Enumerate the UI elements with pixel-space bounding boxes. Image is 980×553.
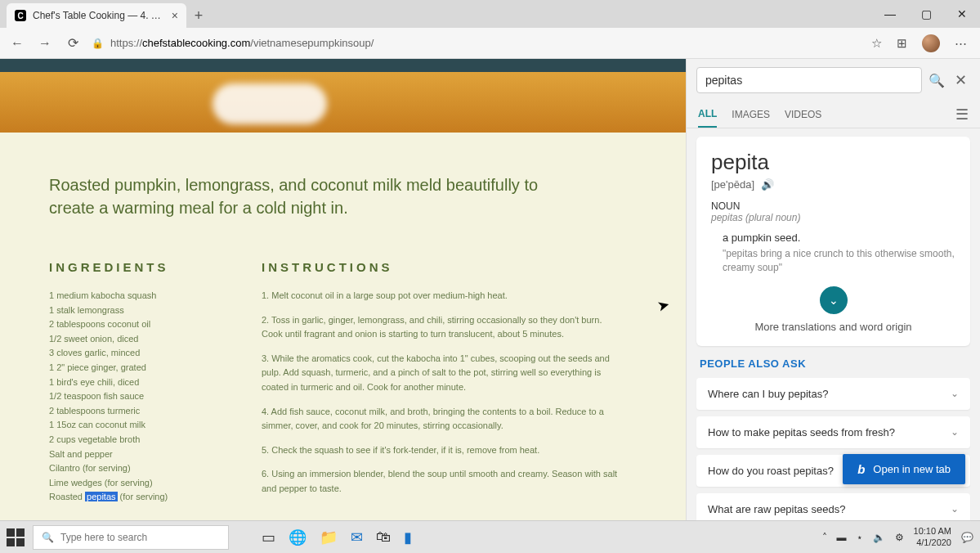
close-tab-icon[interactable]: × [172, 9, 178, 22]
favicon: C [15, 10, 26, 21]
taskbar-search-placeholder: Type here to search [60, 532, 147, 543]
tab-images[interactable]: IMAGES [732, 102, 770, 127]
window-controls: — ▢ ✕ [872, 0, 980, 28]
tab-all[interactable]: ALL [698, 101, 717, 128]
tab-videos[interactable]: VIDEOS [785, 102, 821, 127]
forward-button[interactable]: → [36, 36, 54, 51]
ingredient-item: Roasted pepitas (for serving) [49, 490, 213, 505]
definition-card: pepita [pe'pēda] 🔊 NOUN pepitas (plural … [696, 137, 970, 346]
web-page: ➤ Roasted pumpkin, lemongrass, and cocon… [0, 59, 686, 520]
browser-tab[interactable]: C Chef's Table Cooking — 4. Vietna × [7, 3, 186, 28]
url-field[interactable]: 🔒 https://chefstablecooking.com/vietname… [92, 37, 861, 49]
edge-icon[interactable]: 🌐 [289, 528, 307, 546]
ingredient-item: 2 tablespoons coconut oil [49, 317, 213, 332]
sidebar-search-input[interactable] [696, 67, 922, 93]
instructions-column: INSTRUCTIONS 1. Melt coconut oil in a la… [262, 260, 621, 506]
settings-tray-icon[interactable]: ⚙ [895, 532, 904, 543]
search-sidebar: 🔍 ✕ ALL IMAGES VIDEOS ☰ pepita [pe'pēda]… [686, 59, 980, 520]
search-icon[interactable]: 🔍 [929, 73, 945, 88]
ingredient-item: 1/2 teaspoon fish sauce [49, 389, 213, 404]
title-bar: C Chef's Table Cooking — 4. Vietna × + —… [0, 0, 980, 28]
speaker-icon[interactable]: 🔊 [761, 178, 774, 191]
paa-item[interactable]: Where can I buy pepitas?⌄ [696, 378, 970, 410]
taskbar: 🔍 Type here to search ▭ 🌐 📁 ✉ 🛍 ▮ ˄ ▬ ⋆ … [0, 520, 980, 553]
instruction-step: 2. Toss in garlic, ginger, lemongrass, a… [262, 313, 621, 342]
ingredient-item: 2 tablespoons turmeric [49, 404, 213, 419]
lead-paragraph: Roasted pumpkin, lemongrass, and coconut… [49, 173, 572, 219]
search-icon: 🔍 [42, 532, 54, 543]
taskbar-search[interactable]: 🔍 Type here to search [33, 525, 229, 550]
more-icon[interactable]: ⋯ [955, 36, 967, 51]
notifications-icon[interactable]: 💬 [961, 532, 973, 543]
ingredient-item: Salt and pepper [49, 447, 213, 462]
chevron-down-icon: ⌄ [951, 426, 959, 438]
ingredient-item: 3 cloves garlic, minced [49, 346, 213, 361]
ingredient-item: Lime wedges (for serving) [49, 476, 213, 491]
back-button[interactable]: ← [8, 36, 26, 51]
ingredient-item: 1 2" piece ginger, grated [49, 361, 213, 375]
chevron-down-icon: ⌄ [951, 503, 959, 515]
address-bar: ← → ⟳ 🔒 https://chefstablecooking.com/vi… [0, 28, 980, 59]
collections-icon[interactable]: ⊞ [897, 36, 907, 51]
expand-button[interactable]: ⌄ [820, 286, 848, 314]
volume-icon[interactable]: 🔈 [873, 532, 885, 543]
definition-example: "pepitas bring a nice crunch to this oth… [723, 247, 955, 275]
definition-text: a pumpkin seed. [723, 232, 955, 244]
close-window-button[interactable]: ✕ [944, 0, 980, 28]
instruction-step: 5. Check the squash to see if it's fork-… [262, 443, 621, 458]
ingredients-column: INGREDIENTS 1 medium kabocha squash1 sta… [49, 260, 213, 506]
plural-note: pepitas (plural noun) [711, 212, 955, 223]
url-text: https://chefstablecooking.com/vietnamese… [110, 37, 374, 49]
lock-icon: 🔒 [92, 38, 104, 49]
ingredient-item: 1 stalk lemongrass [49, 303, 213, 318]
open-in-new-tab-button[interactable]: b Open in new tab [843, 454, 965, 484]
content-row: ➤ Roasted pumpkin, lemongrass, and cocon… [0, 59, 980, 520]
new-tab-button[interactable]: + [186, 3, 211, 28]
maximize-button[interactable]: ▢ [908, 0, 944, 28]
mail-icon[interactable]: ✉ [351, 528, 363, 546]
close-sidebar-icon[interactable]: ✕ [951, 71, 970, 89]
ingredient-item: 1 bird's eye chili, diced [49, 375, 213, 390]
ingredient-item: Cilantro (for serving) [49, 461, 213, 476]
battery-icon[interactable]: ▬ [837, 532, 847, 543]
instruction-step: 4. Add fish sauce, coconut milk, and bro… [262, 405, 621, 434]
explorer-icon[interactable]: 📁 [320, 528, 338, 546]
ingredient-item: 1/2 sweet onion, diced [49, 332, 213, 347]
instruction-step: 6. Using an immersion blender, blend the… [262, 467, 621, 496]
refresh-button[interactable]: ⟳ [64, 35, 82, 51]
ingredient-item: 2 cups vegetable broth [49, 433, 213, 447]
definition-word: pepita [711, 150, 955, 175]
pronunciation: [pe'pēda] [711, 178, 754, 191]
part-of-speech: NOUN [711, 200, 955, 212]
hero-image [0, 59, 686, 133]
selected-word[interactable]: pepitas [85, 492, 117, 501]
tab-title: Chef's Table Cooking — 4. Vietna [33, 10, 165, 21]
ingredient-item: 1 15oz can coconut milk [49, 418, 213, 433]
people-also-ask-heading: PEOPLE ALSO ASK [700, 357, 970, 370]
ingredient-item: 1 medium kabocha squash [49, 289, 213, 303]
instructions-heading: INSTRUCTIONS [262, 260, 621, 274]
favorites-icon[interactable]: ☆ [871, 36, 882, 51]
minimize-button[interactable]: — [872, 0, 908, 28]
system-tray: ˄ ▬ ⋆ 🔈 ⚙ 10:10 AM 4/1/2020 💬 [822, 526, 973, 547]
clock[interactable]: 10:10 AM 4/1/2020 [914, 526, 951, 547]
tray-chevron-icon[interactable]: ˄ [822, 532, 827, 543]
instruction-step: 1. Melt coconut oil in a large soup pot … [262, 289, 621, 303]
chevron-down-icon: ⌄ [951, 388, 959, 399]
ingredients-heading: INGREDIENTS [49, 260, 213, 274]
paa-item[interactable]: What are raw pepitas seeds?⌄ [696, 493, 970, 520]
bing-icon: b [857, 462, 865, 476]
wifi-icon[interactable]: ⋆ [857, 532, 863, 543]
task-view-icon[interactable]: ▭ [262, 528, 275, 546]
instruction-step: 3. While the aromatics cook, cut the kab… [262, 352, 621, 395]
sidebar-tabs: ALL IMAGES VIDEOS ☰ [687, 101, 980, 128]
paa-item[interactable]: How to make pepitas seeds from fresh?⌄ [696, 416, 970, 448]
app-icon[interactable]: ▮ [404, 528, 412, 546]
more-translations-link[interactable]: More translations and word origin [711, 321, 955, 333]
hamburger-icon[interactable]: ☰ [955, 106, 969, 124]
start-button[interactable] [7, 528, 25, 546]
taskbar-apps: ▭ 🌐 📁 ✉ 🛍 ▮ [262, 528, 412, 546]
profile-avatar[interactable] [922, 34, 940, 52]
store-icon[interactable]: 🛍 [376, 528, 391, 546]
